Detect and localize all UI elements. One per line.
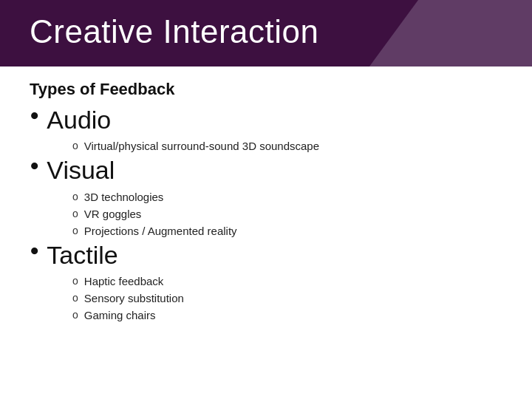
sub-item-text: Virtual/physical surround-sound 3D sound… — [84, 138, 319, 154]
sub-items-tactile: o Haptic feedback o Sensory substitution… — [72, 273, 502, 323]
list-item: o Sensory substitution — [72, 290, 502, 306]
bullet-visual: • Visual — [30, 157, 502, 184]
sub-bullet-icon: o — [72, 208, 78, 219]
sub-item-text: 3D technologies — [84, 189, 164, 205]
header: Creative Interaction — [0, 0, 532, 66]
sub-bullet-icon: o — [72, 292, 78, 304]
sub-item-text: VR goggles — [84, 206, 142, 222]
list-item: o Projections / Augmented reality — [72, 223, 502, 239]
section-title: Types of Feedback — [30, 80, 502, 99]
sub-bullet-icon: o — [72, 275, 78, 287]
list-item: o Gaming chairs — [72, 307, 502, 323]
bullet-label-visual: Visual — [47, 157, 115, 184]
bullet-dot-tactile: • — [30, 237, 39, 265]
list-item: o VR goggles — [72, 206, 502, 222]
sub-items-visual: o 3D technologies o VR goggles o Project… — [72, 189, 502, 239]
page-title: Creative Interaction — [30, 13, 319, 50]
sub-item-text: Haptic feedback — [84, 273, 164, 289]
sub-bullet-icon: o — [72, 225, 78, 236]
bullet-label-audio: Audio — [47, 106, 111, 134]
sub-item-text: Projections / Augmented reality — [84, 223, 237, 239]
sub-bullet-icon: o — [72, 309, 78, 321]
bullet-audio: • Audio — [30, 106, 502, 134]
sub-item-text: Sensory substitution — [84, 290, 184, 306]
sub-item-text: Gaming chairs — [84, 307, 156, 323]
bullet-dot-visual: • — [30, 152, 39, 180]
bullet-tactile: • Tactile — [30, 242, 502, 269]
list-item: o 3D technologies — [72, 189, 502, 205]
list-item: o Virtual/physical surround-sound 3D sou… — [72, 138, 502, 154]
list-item: o Haptic feedback — [72, 273, 502, 289]
sub-bullet-icon: o — [72, 140, 78, 151]
sub-bullet-icon: o — [72, 191, 78, 202]
bullet-dot-audio: • — [30, 102, 39, 130]
bullet-label-tactile: Tactile — [47, 242, 117, 269]
main-content: Types of Feedback • Audio o Virtual/phys… — [0, 66, 532, 333]
sub-items-audio: o Virtual/physical surround-sound 3D sou… — [72, 138, 502, 154]
